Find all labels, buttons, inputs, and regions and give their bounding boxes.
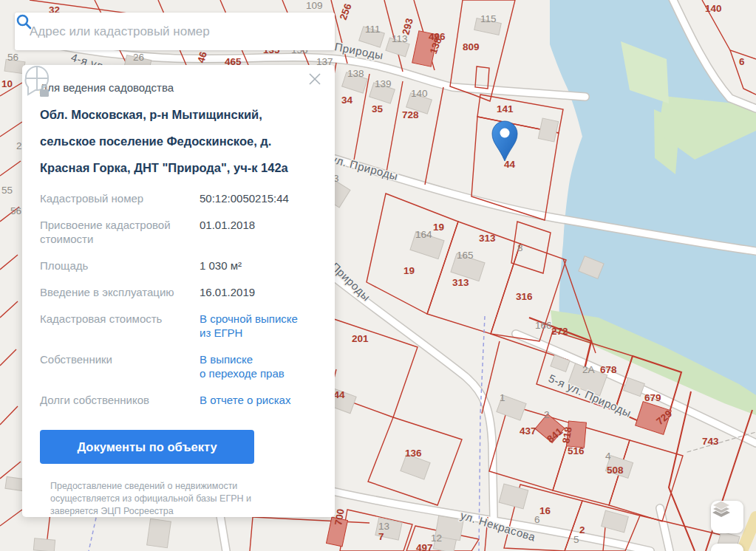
- map-parcel-label: 13: [378, 521, 389, 532]
- map-parcel-label: 313: [452, 277, 469, 288]
- property-details: Кадастровый номер 50:12:0050215:44 Присв…: [40, 191, 314, 420]
- valuation-date-value: 01.01.2018: [200, 218, 314, 246]
- search-bar: [15, 13, 335, 50]
- map-parcel-label: 809: [463, 41, 480, 52]
- map-screen: 4-я ул. ПрПриродыул. ПриродыПрироды5-я у…: [0, 0, 756, 551]
- close-icon: [308, 72, 321, 86]
- row-valuation-date: Присвоение кадастровой стоимости 01.01.2…: [40, 218, 314, 246]
- map-parcel-label: 1: [500, 392, 505, 403]
- row-area: Площадь 1 030 м²: [40, 259, 314, 273]
- pin-hole: [500, 129, 510, 138]
- map-parcel-label: 34: [341, 95, 353, 106]
- map-parcel-label: 8: [517, 242, 523, 253]
- map-parcel-label: 111: [365, 24, 381, 35]
- map-parcel-label: 109: [306, 0, 323, 11]
- map-parcel-label: 7: [378, 531, 384, 542]
- map-parcel-label: 728: [402, 109, 419, 120]
- map-parcel-label: 44: [504, 159, 516, 170]
- map-parcel-label: 164: [415, 229, 432, 240]
- rosreestr-logo-icon: [22, 65, 52, 99]
- land-use-category: Для ведения садоводства: [40, 81, 314, 94]
- map-parcel-label: 2: [579, 524, 585, 535]
- map-parcel-label: 10: [1, 78, 13, 89]
- map-parcel-label: 5: [573, 534, 579, 545]
- row-owner-debts: Долги собственников В отчете о рисках: [40, 393, 314, 407]
- map-parcel-label: 497: [416, 542, 433, 551]
- map-parcel-label: 139: [375, 78, 392, 89]
- map-parcel-label: 6: [534, 514, 540, 525]
- cadastral-number-value: 50:12:0050215:44: [200, 191, 314, 205]
- map-parcel-label: 136: [405, 448, 422, 459]
- search-input[interactable]: [15, 24, 301, 39]
- map-parcel-label: 2: [544, 409, 550, 420]
- secondary-map-button[interactable]: [711, 544, 743, 551]
- map-parcel-label: 678: [600, 364, 617, 375]
- layers-icon: [711, 501, 732, 520]
- row-cadastral-value: Кадастровая стоимость В срочной выписке …: [40, 312, 314, 340]
- map-parcel-label: 165: [457, 250, 474, 261]
- row-cadastral-number: Кадастровый номер 50:12:0050215:44: [40, 191, 314, 205]
- map-parcel-label: 56: [10, 205, 21, 216]
- map-parcel-label: 516: [568, 445, 585, 456]
- egrn-disclaimer-text: Предоставление сведений о недвижимости о…: [50, 480, 279, 518]
- map-parcel-label: 141: [497, 103, 514, 114]
- map-parcel-label: 272: [551, 326, 568, 337]
- map-parcel-label: 316: [516, 291, 533, 302]
- card-footer: Предоставление сведений о недвижимости о…: [40, 480, 314, 518]
- map-parcel-label: 679: [644, 392, 661, 403]
- map-parcel-label: 35: [372, 103, 384, 114]
- row-commissioning-date: Введение в эксплуатацию 16.01.2019: [40, 285, 314, 299]
- search-icon: [15, 13, 33, 30]
- map-parcel-label: 743: [702, 436, 719, 447]
- map-parcel-label: 6: [739, 56, 745, 67]
- search-button[interactable]: [301, 15, 335, 49]
- map-parcel-label: 115: [480, 13, 497, 24]
- map-parcel-label: 26: [133, 52, 144, 63]
- map-parcel-label: 166: [535, 320, 552, 331]
- commissioning-date-value: 16.01.2019: [200, 285, 314, 299]
- map-parcel-label: 201: [352, 333, 369, 344]
- map-parcel-label: 19: [403, 265, 415, 276]
- map-parcel-label: 2А: [582, 364, 595, 375]
- map-parcel-label: 138: [347, 68, 364, 79]
- map-parcel-label: 313: [479, 233, 496, 244]
- map-parcel-label: 4: [605, 451, 611, 462]
- map-parcel-label: 55: [1, 185, 13, 196]
- ownership-transfer-link[interactable]: В выписке о переходе прав: [200, 352, 314, 380]
- map-parcel-label: 437: [520, 425, 537, 437]
- map-parcel-label: 140: [705, 3, 722, 14]
- map-parcel-label: 19: [433, 222, 444, 233]
- row-owners: Собственники В выписке о переходе прав: [40, 352, 314, 380]
- egrn-extract-link[interactable]: В срочной выписке из ЕГРН: [200, 312, 314, 340]
- map-parcel-label: 56: [7, 52, 18, 63]
- property-address-title: Обл. Московская, р-н Мытищинский, сельск…: [40, 101, 321, 181]
- close-button[interactable]: [308, 72, 327, 92]
- risk-report-link[interactable]: В отчете о рисках: [200, 393, 314, 407]
- map-parcel-label: 16: [539, 505, 551, 516]
- map-parcel-label: 508: [607, 465, 624, 476]
- map-layers-button[interactable]: [711, 501, 743, 533]
- map-parcel-label: 140: [411, 88, 428, 99]
- map-parcel-label: 2: [16, 140, 22, 151]
- area-value: 1 030 м²: [200, 259, 314, 273]
- property-card: Для ведения садоводства Обл. Московская,…: [22, 65, 335, 517]
- object-documents-button[interactable]: Документы по объекту: [40, 430, 254, 464]
